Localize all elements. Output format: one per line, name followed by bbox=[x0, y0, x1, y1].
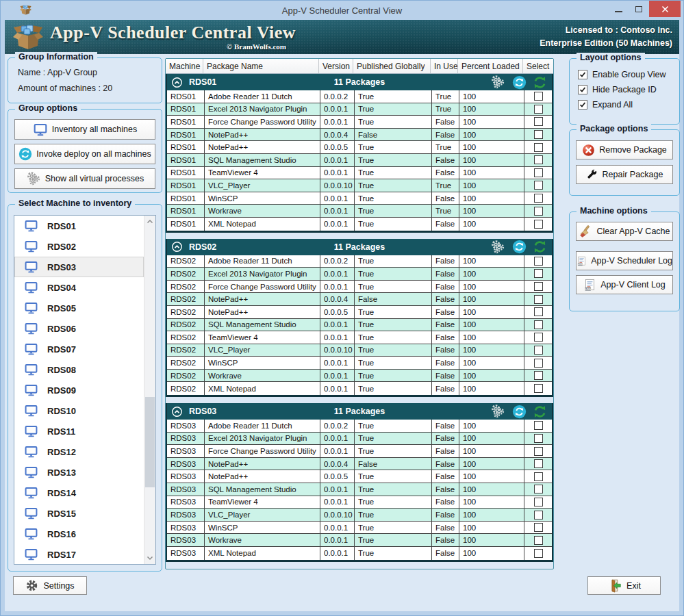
select-checkbox[interactable] bbox=[534, 472, 543, 481]
package-row[interactable]: RDS03 Workrave 0.0.0.1 True False 100 bbox=[167, 534, 552, 547]
package-row[interactable]: RDS02 WinSCP 0.0.0.1 True False 100 bbox=[167, 357, 552, 370]
select-checkbox[interactable] bbox=[534, 320, 543, 329]
machine-list-item[interactable]: RDS13 bbox=[14, 462, 144, 483]
package-row[interactable]: RDS02 XML Notepad 0.0.0.1 True False 100 bbox=[167, 382, 552, 395]
package-row[interactable]: RDS02 VLC_Player 0.0.0.10 True False 100 bbox=[167, 344, 552, 357]
machine-list-item[interactable]: RDS06 bbox=[14, 318, 144, 339]
select-checkbox[interactable] bbox=[534, 155, 543, 164]
deploy-icon[interactable] bbox=[512, 405, 527, 419]
select-checkbox[interactable] bbox=[534, 384, 543, 393]
machine-list-item[interactable]: RDS10 bbox=[14, 400, 144, 421]
layout-option[interactable]: Hide Package ID bbox=[578, 85, 679, 94]
invoke-deploy-button[interactable]: Invoke deploy on all machines bbox=[14, 144, 155, 164]
package-row[interactable]: RDS01 Force Change Password Utility 0.0.… bbox=[167, 116, 552, 129]
package-row[interactable]: RDS03 Adobe Reader 11 Dutch 0.0.0.2 True… bbox=[167, 420, 552, 433]
scrollbar-thumb[interactable] bbox=[145, 397, 155, 487]
machine-list-item[interactable]: RDS11 bbox=[14, 421, 144, 441]
package-row[interactable]: RDS01 Excel 2013 Navigator Plugin 0.0.0.… bbox=[167, 103, 552, 116]
machine-list-item[interactable]: RDS12 bbox=[14, 441, 144, 462]
select-checkbox[interactable] bbox=[534, 333, 543, 342]
repair-package-button[interactable]: Repair Package bbox=[576, 165, 673, 184]
scrollbar-up-button[interactable] bbox=[144, 216, 155, 227]
package-row[interactable]: RDS03 NotePad++ 0.0.0.4 False False 100 bbox=[167, 458, 552, 471]
collapse-chevron-icon[interactable] bbox=[171, 77, 183, 88]
package-row[interactable]: RDS02 NotePad++ 0.0.0.5 True False 100 bbox=[167, 306, 552, 319]
machine-list-item[interactable]: RDS03 bbox=[14, 257, 144, 277]
select-checkbox[interactable] bbox=[534, 498, 543, 506]
select-checkbox[interactable] bbox=[534, 168, 543, 177]
select-checkbox[interactable] bbox=[534, 536, 543, 545]
package-row[interactable]: RDS01 WinSCP 0.0.0.1 True False 100 bbox=[167, 192, 552, 205]
select-checkbox[interactable] bbox=[534, 549, 543, 558]
package-row[interactable]: RDS01 Workrave 0.0.0.1 True True 100 bbox=[167, 205, 552, 218]
checkbox[interactable] bbox=[578, 70, 587, 79]
select-checkbox[interactable] bbox=[534, 105, 543, 114]
package-row[interactable]: RDS01 TeamViewer 4 0.0.0.1 True False 10… bbox=[167, 167, 552, 180]
package-row[interactable]: RDS03 VLC_Player 0.0.0.10 True False 100 bbox=[167, 509, 552, 522]
remove-package-button[interactable]: Remove Package bbox=[576, 140, 673, 159]
machine-list-item[interactable]: RDS01 bbox=[14, 216, 144, 236]
select-checkbox[interactable] bbox=[534, 295, 543, 304]
package-row[interactable]: RDS03 SQL Management Studio 0.0.0.1 True… bbox=[167, 483, 552, 496]
select-checkbox[interactable] bbox=[534, 485, 543, 493]
layout-option[interactable]: Expand All bbox=[578, 100, 679, 110]
appv-scheduler-log-button[interactable]: App-V Scheduler Log bbox=[576, 251, 673, 270]
deploy-icon[interactable] bbox=[512, 75, 527, 90]
select-checkbox[interactable] bbox=[534, 307, 543, 316]
select-checkbox[interactable] bbox=[534, 447, 543, 456]
select-checkbox[interactable] bbox=[534, 346, 543, 355]
refresh-icon[interactable] bbox=[533, 75, 547, 90]
collapse-chevron-icon[interactable] bbox=[171, 241, 183, 253]
machine-list-item[interactable]: RDS09 bbox=[14, 380, 144, 400]
package-row[interactable]: RDS01 XML Notepad 0.0.0.1 True False 100 bbox=[167, 218, 552, 231]
select-checkbox[interactable] bbox=[534, 257, 543, 266]
checkbox[interactable] bbox=[578, 100, 587, 110]
machine-list-item[interactable]: RDS07 bbox=[14, 339, 144, 359]
refresh-icon[interactable] bbox=[533, 405, 547, 419]
package-row[interactable]: RDS01 SQL Management Studio 0.0.0.1 True… bbox=[167, 154, 552, 167]
select-checkbox[interactable] bbox=[534, 143, 543, 152]
package-row[interactable]: RDS02 Workrave 0.0.0.1 True False 100 bbox=[167, 370, 552, 383]
virtual-processes-icon[interactable] bbox=[490, 404, 506, 419]
virtual-processes-icon[interactable] bbox=[490, 240, 506, 255]
minimize-button[interactable] bbox=[608, 1, 629, 17]
settings-button[interactable]: Settings bbox=[13, 576, 87, 595]
machine-list-item[interactable]: RDS17 bbox=[14, 544, 144, 565]
package-row[interactable]: RDS02 Force Change Password Utility 0.0.… bbox=[167, 281, 552, 294]
select-checkbox[interactable] bbox=[534, 220, 543, 229]
select-checkbox[interactable] bbox=[534, 434, 543, 443]
package-row[interactable]: RDS03 Excel 2013 Navigator Plugin 0.0.0.… bbox=[167, 433, 552, 446]
select-checkbox[interactable] bbox=[534, 371, 543, 380]
package-row[interactable]: RDS03 WinSCP 0.0.0.1 True False 100 bbox=[167, 522, 552, 535]
select-checkbox[interactable] bbox=[534, 207, 543, 216]
machine-list-item[interactable]: RDS16 bbox=[14, 524, 144, 544]
show-virtual-processes-button[interactable]: Show all virtual processes bbox=[14, 168, 155, 189]
select-checkbox[interactable] bbox=[534, 130, 543, 139]
select-checkbox[interactable] bbox=[534, 117, 543, 126]
select-checkbox[interactable] bbox=[534, 282, 543, 291]
machine-list-item[interactable]: RDS14 bbox=[14, 483, 144, 503]
package-row[interactable]: RDS02 Adobe Reader 11 Dutch 0.0.0.2 True… bbox=[167, 255, 552, 268]
refresh-icon[interactable] bbox=[533, 240, 547, 254]
select-checkbox[interactable] bbox=[534, 92, 543, 101]
package-row[interactable]: RDS03 Force Change Password Utility 0.0.… bbox=[167, 445, 552, 458]
package-row[interactable]: RDS02 TeamViewer 4 0.0.0.1 True False 10… bbox=[167, 331, 552, 344]
machine-list-item[interactable]: RDS02 bbox=[14, 236, 144, 257]
package-row[interactable]: RDS01 VLC_Player 0.0.0.10 True True 100 bbox=[167, 179, 552, 192]
checkbox[interactable] bbox=[578, 85, 587, 94]
exit-button[interactable]: Exit bbox=[587, 576, 661, 595]
layout-option[interactable]: Enable Group View bbox=[578, 70, 679, 79]
package-row[interactable]: RDS02 NotePad++ 0.0.0.4 False False 100 bbox=[167, 293, 552, 306]
close-button[interactable] bbox=[649, 1, 681, 17]
package-row[interactable]: RDS03 NotePad++ 0.0.0.5 True False 100 bbox=[167, 470, 552, 483]
virtual-processes-icon[interactable] bbox=[490, 75, 506, 90]
select-checkbox[interactable] bbox=[534, 459, 543, 468]
select-checkbox[interactable] bbox=[534, 359, 543, 368]
inventory-all-machines-button[interactable]: Inventory all machines bbox=[14, 119, 155, 140]
maximize-button[interactable] bbox=[629, 1, 649, 17]
select-checkbox[interactable] bbox=[534, 511, 543, 519]
package-row[interactable]: RDS02 SQL Management Studio 0.0.0.1 True… bbox=[167, 319, 552, 332]
select-checkbox[interactable] bbox=[534, 269, 543, 278]
package-row[interactable]: RDS03 TeamViewer 4 0.0.0.1 True False 10… bbox=[167, 496, 552, 509]
package-row[interactable]: RDS01 NotePad++ 0.0.0.5 True True 100 bbox=[167, 141, 552, 154]
